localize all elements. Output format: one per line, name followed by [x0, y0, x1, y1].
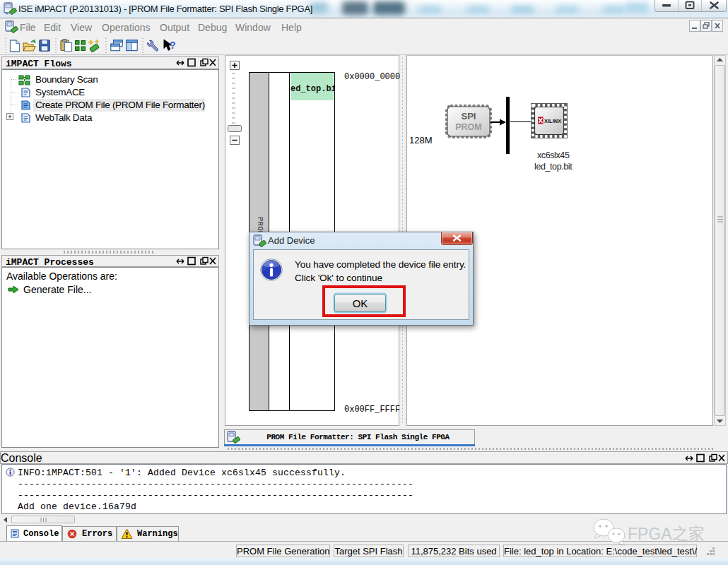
svg-text:FPGA之家: FPGA之家	[628, 525, 705, 543]
svg-text:XILINX: XILINX	[544, 118, 561, 124]
svg-text:SPI: SPI	[462, 111, 476, 121]
svg-text:?: ?	[170, 40, 176, 51]
svg-text:PROM: PROM	[455, 122, 482, 132]
